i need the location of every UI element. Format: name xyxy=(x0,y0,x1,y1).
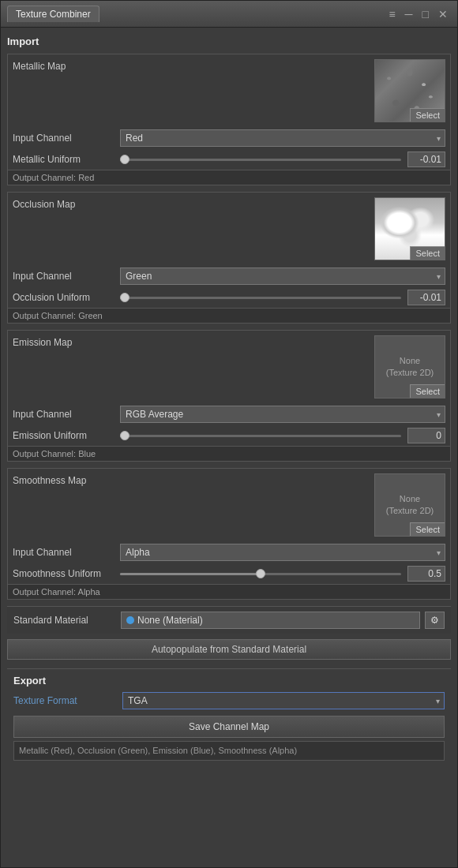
autopopulate-button[interactable]: Autopopulate from Standard Material xyxy=(7,639,451,660)
occlusion-map-thumbnail: Select xyxy=(374,197,445,260)
occlusion-input-channel-row: Input Channel Red Green Blue Alpha RGB A… xyxy=(8,265,450,287)
occlusion-uniform-row: Occlusion Uniform xyxy=(8,287,450,308)
metallic-uniform-label: Metallic Uniform xyxy=(13,154,115,165)
standard-material-gear-button[interactable]: ⚙ xyxy=(425,612,445,629)
title-bar-left: Texture Combiner xyxy=(7,6,99,22)
occlusion-input-channel-select[interactable]: Red Green Blue Alpha RGB Average xyxy=(120,268,445,285)
occlusion-map-section: Occlusion Map Select Input Channel Red G… xyxy=(7,192,451,324)
standard-material-label: Standard Material xyxy=(13,615,116,626)
texture-combiner-window: Texture Combiner ≡ ─ □ ✕ Import Metallic… xyxy=(0,0,458,868)
smoothness-uniform-value[interactable] xyxy=(407,566,445,582)
metallic-output-channel: Output Channel: Red xyxy=(8,170,450,185)
emission-map-row: Emission Map None (Texture 2D) Select xyxy=(8,331,450,403)
occlusion-uniform-value[interactable] xyxy=(407,290,445,305)
emission-select-button[interactable]: Select xyxy=(410,384,445,398)
occlusion-map-row: Occlusion Map Select xyxy=(8,193,450,265)
emission-uniform-row: Emission Uniform xyxy=(8,425,450,446)
metallic-input-channel-row: Input Channel Red Green Blue Alpha RGB A… xyxy=(8,127,450,149)
metallic-uniform-row: Metallic Uniform xyxy=(8,149,450,170)
occlusion-input-channel-label: Input Channel xyxy=(13,271,115,282)
smoothness-map-thumbnail: None (Texture 2D) Select xyxy=(374,473,445,537)
smoothness-select-button[interactable]: Select xyxy=(410,522,445,536)
occlusion-slider-wrapper xyxy=(120,290,445,305)
main-content: Import Metallic Map Select Input Channel… xyxy=(1,28,457,867)
standard-material-field: None (Material) xyxy=(121,612,420,629)
emission-uniform-slider[interactable] xyxy=(120,435,401,437)
occlusion-uniform-slider[interactable] xyxy=(120,297,401,299)
occlusion-input-channel-dropdown-wrapper: Red Green Blue Alpha RGB Average ▾ xyxy=(120,268,445,285)
metallic-map-thumbnail: Select xyxy=(374,59,445,122)
export-section: Export Texture Format TGA PNG JPG EXR ▾ … xyxy=(7,668,451,764)
occlusion-uniform-label: Occlusion Uniform xyxy=(13,292,115,303)
texture-format-row: Texture Format TGA PNG JPG EXR ▾ xyxy=(13,689,445,713)
export-header: Export xyxy=(13,672,445,689)
emission-input-channel-dropdown-wrapper: Red Green Blue Alpha RGB Average ▾ xyxy=(120,406,445,423)
metallic-map-section: Metallic Map Select Input Channel Red Gr… xyxy=(7,54,451,185)
smoothness-input-channel-select[interactable]: Red Green Blue Alpha RGB Average xyxy=(120,544,445,561)
occlusion-output-channel: Output Channel: Green xyxy=(8,308,450,323)
smoothness-output-channel: Output Channel: Alpha xyxy=(8,584,450,599)
title-bar: Texture Combiner ≡ ─ □ ✕ xyxy=(1,1,457,28)
metallic-uniform-slider[interactable] xyxy=(120,159,401,161)
smoothness-uniform-slider[interactable] xyxy=(120,573,401,575)
title-bar-icons: ≡ ─ □ ✕ xyxy=(385,6,451,22)
save-channel-map-button[interactable]: Save Channel Map xyxy=(13,716,445,738)
emission-map-thumbnail: None (Texture 2D) Select xyxy=(374,335,445,398)
list-icon[interactable]: ≡ xyxy=(385,6,398,22)
emission-input-channel-select[interactable]: Red Green Blue Alpha RGB Average xyxy=(120,406,445,423)
metallic-input-channel-select[interactable]: Red Green Blue Alpha RGB Average xyxy=(120,129,445,147)
texture-format-label: Texture Format xyxy=(13,695,116,706)
smoothness-input-channel-dropdown-wrapper: Red Green Blue Alpha RGB Average ▾ xyxy=(120,544,445,561)
occlusion-map-label: Occlusion Map xyxy=(13,197,370,210)
minimize-icon[interactable]: ─ xyxy=(402,6,416,22)
emission-map-section: Emission Map None (Texture 2D) Select In… xyxy=(7,330,451,462)
standard-material-value: None (Material) xyxy=(137,615,203,626)
texture-format-select[interactable]: TGA PNG JPG EXR xyxy=(122,692,445,709)
smoothness-map-section: Smoothness Map None (Texture 2D) Select … xyxy=(7,468,451,600)
metallic-uniform-value[interactable] xyxy=(407,152,445,167)
emission-uniform-label: Emission Uniform xyxy=(13,430,115,441)
material-dot-icon xyxy=(126,616,134,624)
smoothness-map-label: Smoothness Map xyxy=(13,473,370,486)
texture-format-dropdown-wrapper: TGA PNG JPG EXR ▾ xyxy=(122,692,445,709)
smoothness-uniform-row: Smoothness Uniform xyxy=(8,563,450,584)
window-title: Texture Combiner xyxy=(7,6,99,22)
smoothness-slider-wrapper xyxy=(120,566,445,582)
import-header: Import xyxy=(7,34,451,49)
metallic-map-row: Metallic Map Select xyxy=(8,54,450,127)
emission-slider-wrapper xyxy=(120,428,445,443)
smoothness-uniform-label: Smoothness Uniform xyxy=(13,568,115,579)
emission-none-text: None (Texture 2D) xyxy=(386,355,434,380)
channel-info: Metallic (Red), Occlusion (Green), Emiss… xyxy=(13,741,445,761)
close-icon[interactable]: ✕ xyxy=(435,6,451,22)
emission-output-channel: Output Channel: Blue xyxy=(8,446,450,461)
occlusion-select-button[interactable]: Select xyxy=(410,246,445,260)
smoothness-input-channel-label: Input Channel xyxy=(13,547,115,558)
smoothness-map-row: Smoothness Map None (Texture 2D) Select xyxy=(8,469,450,541)
emission-map-label: Emission Map xyxy=(13,335,370,348)
metallic-input-channel-label: Input Channel xyxy=(13,133,115,144)
metallic-slider-wrapper xyxy=(120,152,445,167)
metallic-input-channel-dropdown-wrapper: Red Green Blue Alpha RGB Average ▾ xyxy=(120,129,445,147)
emission-uniform-value[interactable] xyxy=(407,428,445,443)
metallic-map-label: Metallic Map xyxy=(13,59,370,72)
emission-input-channel-label: Input Channel xyxy=(13,409,115,420)
smoothness-input-channel-row: Input Channel Red Green Blue Alpha RGB A… xyxy=(8,541,450,563)
maximize-icon[interactable]: □ xyxy=(419,6,432,22)
metallic-select-button[interactable]: Select xyxy=(410,108,445,122)
smoothness-none-text: None (Texture 2D) xyxy=(386,493,434,518)
standard-material-row: Standard Material None (Material) ⚙ xyxy=(7,606,451,634)
emission-input-channel-row: Input Channel Red Green Blue Alpha RGB A… xyxy=(8,403,450,425)
